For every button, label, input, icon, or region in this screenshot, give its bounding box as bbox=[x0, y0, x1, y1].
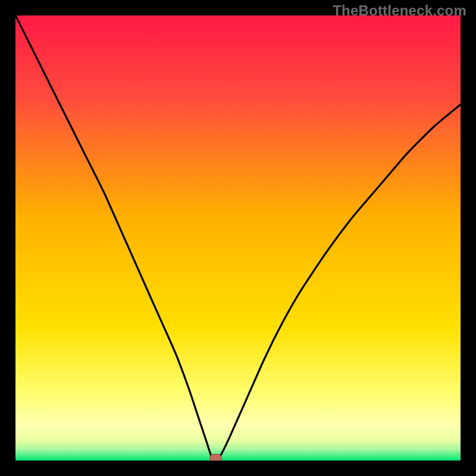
bottleneck-chart bbox=[15, 15, 461, 461]
optimum-marker bbox=[210, 455, 222, 461]
plot-area bbox=[15, 15, 461, 461]
chart-container: TheBottleneck.com bbox=[0, 0, 476, 476]
gradient-background bbox=[15, 15, 461, 461]
watermark-text: TheBottleneck.com bbox=[333, 2, 466, 19]
